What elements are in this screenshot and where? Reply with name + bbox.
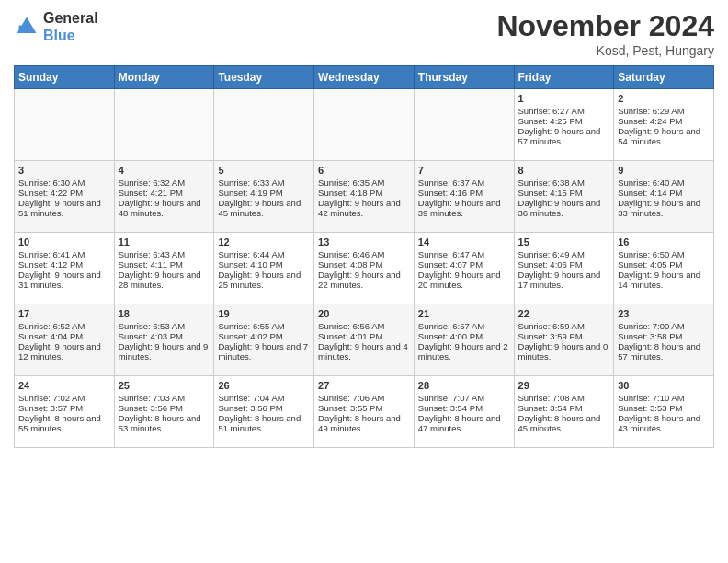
day-number: 6	[318, 165, 410, 176]
sunset: Sunset: 3:59 PM	[518, 331, 583, 341]
sunrise: Sunrise: 6:44 AM	[218, 249, 284, 259]
sunrise: Sunrise: 6:53 AM	[119, 321, 185, 331]
day-number: 24	[18, 380, 110, 391]
daylight: Daylight: 9 hours and 22 minutes.	[318, 270, 401, 290]
calendar-cell: 8Sunrise: 6:38 AMSunset: 4:15 PMDaylight…	[514, 161, 614, 233]
calendar-cell: 13Sunrise: 6:46 AMSunset: 4:08 PMDayligh…	[314, 233, 415, 304]
day-number: 28	[418, 380, 510, 391]
daylight: Daylight: 9 hours and 48 minutes.	[119, 198, 201, 218]
sunset: Sunset: 4:15 PM	[518, 188, 583, 198]
sunrise: Sunrise: 6:47 AM	[418, 249, 484, 259]
calendar-cell: 12Sunrise: 6:44 AMSunset: 4:10 PMDayligh…	[214, 233, 314, 304]
page-container: General Blue November 2024 Kosd, Pest, H…	[0, 0, 728, 453]
day-number: 21	[418, 308, 510, 319]
sunset: Sunset: 4:25 PM	[518, 116, 583, 126]
sunset: Sunset: 4:07 PM	[418, 259, 483, 270]
logo-line1: General	[43, 10, 98, 26]
day-number: 2	[618, 93, 710, 104]
daylight: Daylight: 9 hours and 57 minutes.	[518, 126, 601, 146]
daylight: Daylight: 9 hours and 51 minutes.	[18, 198, 101, 218]
subtitle: Kosd, Pest, Hungary	[496, 43, 714, 58]
col-sunday: Sunday	[15, 66, 115, 89]
sunrise: Sunrise: 7:02 AM	[18, 393, 85, 403]
sunset: Sunset: 4:05 PM	[618, 259, 682, 270]
title-section: November 2024 Kosd, Pest, Hungary	[496, 9, 714, 58]
sunset: Sunset: 4:06 PM	[518, 259, 583, 270]
calendar-cell: 3Sunrise: 6:30 AMSunset: 4:22 PMDaylight…	[15, 161, 115, 233]
day-number: 16	[618, 236, 710, 247]
daylight: Daylight: 9 hours and 9 minutes.	[119, 341, 209, 362]
daylight: Daylight: 9 hours and 14 minutes.	[618, 270, 700, 290]
calendar-cell: 6Sunrise: 6:35 AMSunset: 4:18 PMDaylight…	[314, 161, 415, 233]
day-number: 1	[518, 93, 610, 104]
calendar-cell: 10Sunrise: 6:41 AMSunset: 4:12 PMDayligh…	[15, 233, 115, 304]
sunset: Sunset: 4:19 PM	[218, 188, 282, 198]
col-thursday: Thursday	[414, 66, 514, 89]
sunrise: Sunrise: 6:37 AM	[418, 178, 484, 188]
calendar-cell: 9Sunrise: 6:40 AMSunset: 4:14 PMDaylight…	[614, 161, 714, 233]
sunrise: Sunrise: 6:30 AM	[18, 178, 85, 188]
calendar-cell: 20Sunrise: 6:56 AMSunset: 4:01 PMDayligh…	[314, 304, 415, 376]
day-number: 25	[119, 380, 210, 391]
col-tuesday: Tuesday	[214, 66, 314, 89]
sunset: Sunset: 4:24 PM	[618, 116, 682, 126]
daylight: Daylight: 9 hours and 45 minutes.	[218, 198, 301, 218]
sunrise: Sunrise: 7:07 AM	[418, 393, 484, 403]
calendar-cell: 7Sunrise: 6:37 AMSunset: 4:16 PMDaylight…	[414, 161, 514, 233]
day-number: 8	[518, 165, 610, 176]
sunset: Sunset: 4:01 PM	[318, 331, 382, 341]
day-number: 13	[318, 236, 410, 247]
day-number: 23	[618, 308, 710, 319]
sunrise: Sunrise: 7:10 AM	[618, 393, 684, 403]
sunset: Sunset: 4:04 PM	[18, 331, 83, 341]
calendar-table: Sunday Monday Tuesday Wednesday Thursday…	[14, 65, 714, 448]
day-number: 17	[18, 308, 110, 319]
calendar-week-5: 24Sunrise: 7:02 AMSunset: 3:57 PMDayligh…	[15, 376, 714, 448]
col-friday: Friday	[514, 66, 614, 89]
sunrise: Sunrise: 6:52 AM	[18, 321, 85, 331]
daylight: Daylight: 9 hours and 2 minutes.	[418, 341, 508, 362]
day-number: 14	[418, 236, 510, 247]
daylight: Daylight: 9 hours and 25 minutes.	[218, 270, 301, 290]
sunset: Sunset: 4:21 PM	[119, 188, 183, 198]
daylight: Daylight: 9 hours and 28 minutes.	[119, 270, 201, 290]
sunset: Sunset: 3:53 PM	[618, 403, 682, 413]
daylight: Daylight: 9 hours and 0 minutes.	[518, 341, 609, 362]
day-number: 27	[318, 380, 410, 391]
sunset: Sunset: 4:14 PM	[618, 188, 682, 198]
sunset: Sunset: 4:22 PM	[18, 188, 83, 198]
day-number: 20	[318, 308, 410, 319]
day-number: 18	[119, 308, 210, 319]
calendar-cell: 1Sunrise: 6:27 AMSunset: 4:25 PMDaylight…	[514, 89, 614, 161]
day-number: 15	[518, 236, 610, 247]
sunrise: Sunrise: 6:41 AM	[18, 249, 85, 259]
daylight: Daylight: 8 hours and 49 minutes.	[318, 413, 401, 433]
daylight: Daylight: 9 hours and 7 minutes.	[218, 341, 308, 362]
header-row: Sunday Monday Tuesday Wednesday Thursday…	[15, 66, 714, 89]
sunrise: Sunrise: 6:33 AM	[218, 178, 284, 188]
calendar-cell	[414, 89, 514, 161]
day-number: 7	[418, 165, 510, 176]
daylight: Daylight: 8 hours and 53 minutes.	[119, 413, 201, 433]
daylight: Daylight: 9 hours and 42 minutes.	[318, 198, 401, 218]
month-title: November 2024	[496, 9, 714, 43]
sunset: Sunset: 3:57 PM	[18, 403, 83, 413]
sunset: Sunset: 4:12 PM	[18, 259, 83, 270]
day-number: 4	[119, 165, 210, 176]
sunset: Sunset: 4:02 PM	[218, 331, 282, 341]
calendar-cell: 30Sunrise: 7:10 AMSunset: 3:53 PMDayligh…	[614, 376, 714, 448]
sunrise: Sunrise: 6:50 AM	[618, 249, 684, 259]
sunset: Sunset: 4:00 PM	[418, 331, 483, 341]
daylight: Daylight: 9 hours and 36 minutes.	[518, 198, 601, 218]
day-number: 22	[518, 308, 610, 319]
sunrise: Sunrise: 6:55 AM	[218, 321, 284, 331]
day-number: 11	[119, 236, 210, 247]
calendar-cell: 26Sunrise: 7:04 AMSunset: 3:56 PMDayligh…	[214, 376, 314, 448]
calendar-cell: 11Sunrise: 6:43 AMSunset: 4:11 PMDayligh…	[114, 233, 214, 304]
sunset: Sunset: 3:54 PM	[518, 403, 583, 413]
sunset: Sunset: 3:58 PM	[618, 331, 682, 341]
daylight: Daylight: 8 hours and 43 minutes.	[618, 413, 700, 433]
day-number: 30	[618, 380, 710, 391]
daylight: Daylight: 9 hours and 17 minutes.	[518, 270, 601, 290]
day-number: 9	[618, 165, 710, 176]
